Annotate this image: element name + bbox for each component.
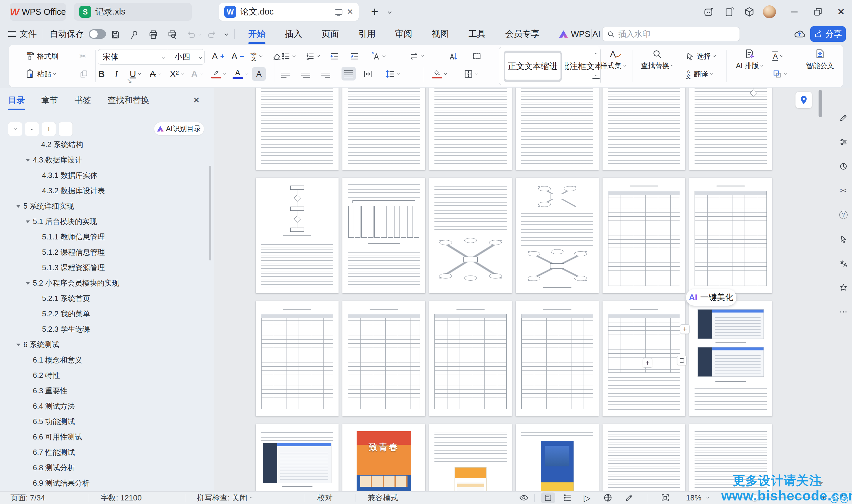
menu-tab[interactable]: 工具 [459,24,495,44]
quickbar-chevron-icon[interactable] [220,28,233,41]
menu-tab[interactable]: WPS AI [549,24,610,44]
more-icon[interactable] [837,305,850,319]
align-right-button[interactable] [321,66,330,82]
page-thumbnail[interactable] [516,88,599,170]
toc-item[interactable]: 6.3 重要性 [33,384,68,397]
toc-item[interactable]: 6.8 测试分析 [33,461,75,474]
bullet-list-button[interactable] [281,49,295,64]
wrap-text-button[interactable] [409,49,423,64]
toc-item[interactable]: 6.9 测试结果分析 [33,476,90,489]
menu-tab[interactable]: 会员专享 [495,24,549,44]
tab-list-chevron-icon[interactable] [388,9,391,14]
toc-item[interactable]: 6 系统测试 [16,338,59,351]
toc-item[interactable]: 6.5 功能测试 [33,415,75,428]
toc-item[interactable]: 5.2.3 学生选课 [42,323,90,336]
increase-indent-button[interactable] [350,49,359,64]
restore-button[interactable] [811,5,825,19]
insert-page-button[interactable]: + [680,324,690,334]
redo-button[interactable] [205,28,218,41]
document-area[interactable]: 致青春 AI 一键美化 + + ✂? [214,88,852,491]
menu-tab[interactable]: 插入 [275,24,312,44]
decrease-indent-button[interactable] [330,49,339,64]
page-thumbnail[interactable] [342,88,425,170]
scissors-icon[interactable]: ✂ [837,184,850,197]
ai-layout-button[interactable]: AI 排版 [729,49,770,70]
sliders-icon[interactable] [837,136,850,148]
page-thumbnail[interactable] [602,424,685,491]
avatar[interactable] [762,5,777,19]
shading-fill-button[interactable] [432,66,447,82]
toc-item[interactable]: 5.1.3 课程资源管理 [42,261,105,274]
page-thumbnail[interactable] [689,301,772,416]
cursor-icon[interactable] [837,233,850,246]
help-icon[interactable]: ? [837,208,850,221]
print-preview-button[interactable] [166,28,179,41]
phonetic-guide-button[interactable]: wén文 [250,49,262,64]
toc-item[interactable]: 4.3.数据库设计 [26,153,82,166]
toc-item[interactable]: 6.4 测试方法 [33,399,75,413]
find-replace-button[interactable]: 查找替换 [636,49,678,70]
tab-find-replace[interactable]: 查找和替换 [108,95,149,110]
close-window-button[interactable]: ✕ [834,5,848,19]
increase-font-button[interactable]: A+ [212,49,224,64]
page-thumbnail[interactable] [516,178,599,293]
page-thumbnail[interactable] [256,178,339,293]
menu-tab[interactable]: 视图 [422,24,459,44]
page-indicator[interactable]: 页面: 7/34 [11,491,45,504]
select-button[interactable]: 选择 [685,49,715,64]
outline-view-button[interactable] [561,491,574,504]
file-tab-sheet[interactable]: S 记录.xls [74,3,192,21]
smart-document-button[interactable]: 智能公文 [801,49,839,70]
style-card-selected[interactable]: 正文文本缩进 [504,51,562,82]
cut-icon[interactable]: ✂ [79,49,87,64]
toc-item[interactable]: 4.3.1 数据库实体 [42,169,98,182]
ai-beautify-button[interactable]: AI 一键美化 [686,289,736,306]
location-pin-button[interactable] [796,92,812,108]
page-thumbnail[interactable] [429,424,512,491]
toc-item[interactable]: 5.2.1 系统首页 [42,292,90,305]
page-thumbnail[interactable] [342,178,425,293]
minimize-button[interactable] [787,5,801,19]
star-icon[interactable] [837,281,850,294]
print-button[interactable] [147,28,160,41]
character-shading-button[interactable]: A [252,66,266,82]
translate-icon[interactable] [837,257,850,270]
font-name-select[interactable]: 宋体 [98,52,160,62]
menu-tab[interactable]: 引用 [349,24,385,44]
menu-tab[interactable]: 开始 [238,24,275,44]
insert-page-button[interactable]: + [643,358,652,367]
menu-tab[interactable]: 审阅 [385,24,422,44]
superscript-button[interactable]: X² [170,66,183,82]
collapse-triangle-icon[interactable] [16,344,20,346]
menu-tab[interactable]: 页面 [312,24,349,44]
sidebar-close-icon[interactable]: ✕ [193,95,200,105]
fit-page-button[interactable] [659,491,672,504]
save-button[interactable] [109,28,122,41]
ai-assistant-icon[interactable] [702,5,716,19]
toc-item[interactable]: 4.2 系统结构 [41,138,83,151]
collapse-triangle-icon[interactable] [26,159,30,162]
style-set-button[interactable]: A 样式集 [597,49,629,70]
font-size-select[interactable]: 小四 [168,52,197,62]
page-thumbnail[interactable] [516,301,599,416]
paragraph-marks-button[interactable] [472,49,482,64]
page-thumbnail[interactable] [342,301,425,416]
search-input[interactable] [618,30,736,39]
command-search[interactable] [602,27,740,41]
text-effects-button[interactable]: A [191,66,202,82]
share-button[interactable]: 分享 [810,26,846,42]
chart-icon[interactable] [837,160,850,173]
toc-item[interactable]: 6.1 概念和意义 [33,353,82,366]
toc-collapse-button[interactable] [8,122,22,136]
format-painter-button[interactable]: 格式刷 [25,49,58,64]
proofread-button[interactable]: 校对 [317,491,333,504]
pen-icon[interactable] [837,111,850,124]
decrease-font-button[interactable]: A− [231,49,244,64]
justify-button[interactable] [342,67,356,80]
toc-item[interactable]: 4.3.2 数据库设计表 [42,184,105,197]
collapse-triangle-icon[interactable] [16,205,20,208]
page-thumbnail[interactable] [256,424,339,491]
ink-pen-button[interactable] [623,491,636,504]
read-mode-button[interactable] [517,491,530,504]
page-thumbnail[interactable]: 致青春 [342,424,425,491]
